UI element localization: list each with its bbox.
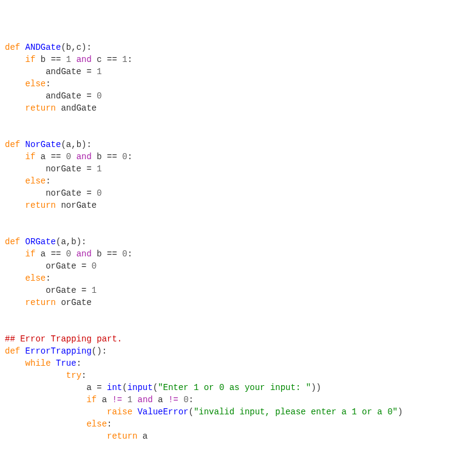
code-token: def	[5, 237, 25, 247]
code-token: if	[86, 395, 97, 405]
code-token	[5, 55, 25, 64]
code-token	[71, 249, 76, 259]
code-token: 0	[183, 395, 188, 405]
code-token: input	[127, 383, 153, 392]
code-token: try	[66, 371, 81, 380]
code-token: and	[76, 152, 92, 162]
code-token	[5, 298, 25, 307]
code-line: def ANDGate(b,c):	[5, 41, 471, 53]
code-line: norGate = 1	[5, 163, 471, 175]
code-token: def	[5, 140, 25, 149]
code-token	[5, 395, 86, 405]
code-token: :	[46, 273, 50, 283]
code-token: if	[25, 249, 36, 259]
code-block: def ANDGate(b,c): if b == 1 and c == 1: …	[5, 41, 471, 452]
code-token: orGate =	[5, 261, 92, 271]
code-token	[5, 419, 86, 429]
code-line	[5, 309, 471, 321]
code-token: 0	[97, 188, 101, 198]
code-line: if a == 0 and b == 0:	[5, 151, 471, 163]
code-token: :	[189, 395, 194, 405]
code-token	[5, 152, 25, 162]
code-token	[5, 249, 25, 259]
code-line: else:	[5, 78, 471, 90]
code-line: try:	[5, 369, 471, 382]
code-line: else:	[5, 418, 471, 430]
code-token: andGate =	[5, 91, 97, 101]
code-line: def ORGate(a,b):	[5, 236, 471, 248]
code-line: def ErrorTrapping():	[5, 345, 471, 357]
code-token: (a,b):	[56, 237, 86, 247]
code-token: return	[25, 298, 56, 307]
code-token: :	[81, 371, 86, 380]
code-token: while	[25, 358, 51, 368]
code-line: else:	[5, 272, 471, 284]
code-token: else	[25, 176, 46, 186]
code-line: if b == 1 and c == 1:	[5, 53, 471, 66]
code-token: "Enter 1 or 0 as your input: "	[158, 383, 311, 392]
code-token: and	[76, 55, 92, 64]
code-token	[178, 395, 183, 405]
code-token: (	[122, 383, 127, 392]
code-token: ValueError	[137, 407, 188, 417]
code-token: 0	[97, 91, 101, 101]
code-line: return orGate	[5, 296, 471, 309]
code-line	[5, 321, 471, 333]
code-token: andGate	[56, 103, 97, 113]
code-line: andGate = 1	[5, 66, 471, 78]
code-line: raise ValueError("invalid input, please …	[5, 406, 471, 418]
code-token: 0	[66, 249, 71, 259]
code-token: 1	[127, 395, 132, 405]
code-token	[5, 358, 25, 368]
code-token: 0	[122, 152, 127, 162]
code-token	[5, 371, 66, 380]
code-line: return andGate	[5, 102, 471, 114]
code-line: while True:	[5, 357, 471, 369]
code-token: b ==	[35, 55, 66, 64]
code-token: a	[137, 431, 148, 441]
code-token: ))	[311, 383, 321, 392]
code-token: "invalid input, please enter a 1 or a 0"	[194, 407, 398, 417]
code-token: norGate	[56, 200, 97, 210]
code-line: orGate = 0	[5, 260, 471, 272]
code-token: a ==	[35, 152, 66, 162]
code-token: ## Error Trapping part.	[5, 334, 122, 344]
code-token: b ==	[92, 249, 122, 259]
code-token: norGate =	[5, 188, 97, 198]
code-line	[5, 114, 471, 126]
code-line: norGate = 0	[5, 187, 471, 199]
code-token	[51, 358, 56, 368]
code-token: orGate	[56, 298, 92, 307]
code-line	[5, 224, 471, 236]
code-line: def NorGate(a,b):	[5, 139, 471, 151]
code-token: :	[76, 358, 81, 368]
code-token: if	[25, 152, 36, 162]
code-token: (	[153, 383, 158, 392]
code-line: andGate = 0	[5, 90, 471, 102]
code-token: norGate =	[5, 164, 97, 174]
code-token: ORGate	[25, 237, 56, 247]
code-token: 0	[92, 261, 97, 271]
code-token: 1	[92, 286, 97, 295]
code-token: a ==	[35, 249, 66, 259]
code-token: !=	[168, 395, 178, 405]
code-line: a = int(input("Enter 1 or 0 as your inpu…	[5, 382, 471, 394]
code-token: !=	[112, 395, 122, 405]
code-token: (	[188, 407, 193, 417]
code-line	[5, 442, 471, 452]
code-token: andGate =	[5, 67, 97, 77]
code-line: ## Error Trapping part.	[5, 333, 471, 345]
code-token: raise	[107, 407, 132, 417]
code-line: else:	[5, 175, 471, 187]
code-token	[71, 55, 76, 64]
code-token: a	[153, 395, 168, 405]
code-token: b ==	[92, 152, 122, 162]
code-token: ():	[92, 346, 107, 356]
code-line: if a != 1 and a != 0:	[5, 394, 471, 406]
code-token	[5, 407, 107, 417]
code-token	[5, 103, 25, 113]
code-token: return	[25, 200, 56, 210]
code-token: :	[107, 419, 112, 429]
code-token	[5, 273, 25, 283]
code-line: if a == 0 and b == 0:	[5, 248, 471, 260]
